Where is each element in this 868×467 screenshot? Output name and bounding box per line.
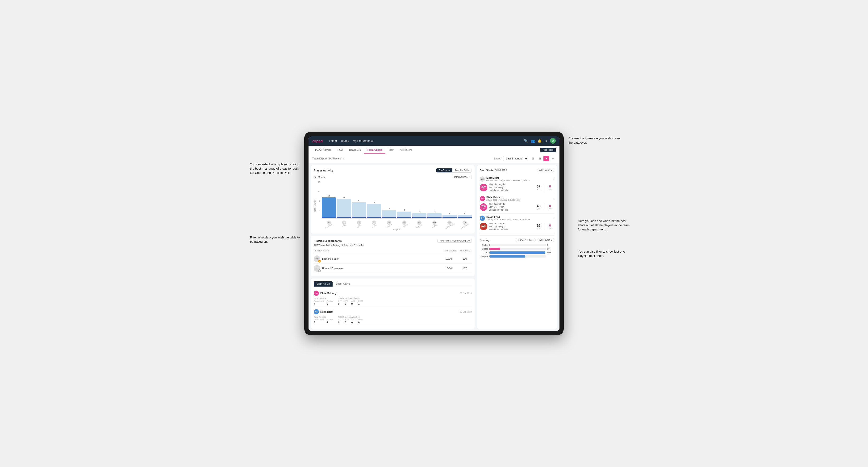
shot-item-1[interactable]: BM Blair McHarg 23 Jul 2023 · Ashridge G… (480, 194, 554, 214)
lb-name-1: Edward Crossman (322, 267, 440, 270)
activity-name-0: Blair McHarg (320, 292, 336, 294)
activity-tabs: Most Active Least Active (314, 281, 472, 287)
chart-filter[interactable]: Total Rounds ▾ (452, 175, 472, 179)
practice-title: Practice Leaderboards (314, 239, 342, 242)
scoring-section: Scoring Par 3, 4 & 5s ▾ All Players ▾ (480, 236, 554, 257)
tab-all-players[interactable]: All Players (397, 147, 415, 154)
scoring-filter1-label: Par 3, 4 & 5s (518, 239, 532, 241)
add-circle-icon[interactable]: ⊕ (545, 139, 547, 143)
toggle-on-course[interactable]: On Course (436, 168, 453, 173)
team-header: Team Clippd | 14 Players ✎ Show: Last 3 … (309, 154, 559, 163)
bell-icon[interactable]: 🔔 (537, 139, 541, 143)
shot-text-0: Shot Dist: 67 ydsStart Lie: RoughEnd Lie… (489, 183, 533, 192)
view-icon-heart[interactable]: ♥ (544, 156, 549, 161)
activity-stat-group-rounds-0: Total Rounds Tournament 7 Practice (314, 297, 333, 305)
shot-stat2-1: 0 yds (546, 204, 554, 210)
shot-player-name-2: David Ford (486, 216, 552, 218)
x-label-9: LR L. Robertson (458, 220, 472, 227)
bar-indicator-3 (367, 217, 381, 218)
tab-hcaps[interactable]: Hcaps 1-5 (346, 147, 364, 154)
tablet-screen: clippd Home Teams My Performance 🔍 👥 🔔 ⊕… (309, 136, 559, 331)
bar-chart-wrapper: Total Rounds 15 10 5 0 (314, 181, 472, 231)
annotation-left-2: Filter what data you wish the table to b… (250, 236, 302, 244)
shot-player-info-1: Blair McHarg 23 Jul 2023 · Ashridge GC, … (486, 196, 552, 201)
shot-avatar-0: MM (480, 177, 485, 182)
shot-avatar-2: DF (480, 216, 485, 221)
x-label-1: RB R. Britt (337, 220, 351, 227)
activity-col-gtt-1: GTT 0 (338, 319, 342, 324)
tab-team-clippd[interactable]: Team Clippd (364, 147, 385, 154)
add-team-button[interactable]: Add Team (540, 148, 556, 152)
practice-leaderboards-card: Practice Leaderboards PUTT Must Make Put… (311, 236, 474, 276)
activity-col-app-0: APP 0 (345, 300, 348, 305)
bar-6 (412, 213, 427, 218)
people-icon[interactable]: 👥 (531, 139, 535, 143)
tab-pgat-players[interactable]: PGAT Players (312, 147, 334, 154)
activity-stats-row-0: Total Rounds Tournament 7 Practice (314, 297, 472, 305)
activity-item-1: RB Rees Britt 02 Sep 2023 Total Rounds (314, 307, 472, 326)
scoring-filter1[interactable]: Par 3, 4 & 5s ▾ (516, 238, 536, 242)
activity-tab-most-active[interactable]: Most Active (314, 281, 333, 286)
shot-item-0[interactable]: MM Matt Miller 09 Jun 2023 · Royal North… (480, 175, 554, 194)
activity-section: Most Active Least Active BM Blair McHarg… (311, 279, 474, 329)
shot-stat1-2: 16 yds (534, 224, 543, 229)
show-row: Show: Last 3 months Last month Last 6 mo… (494, 156, 556, 161)
shot-player-sub-1: 23 Jul 2023 · Ashridge GC, Hole 15 (486, 199, 552, 201)
nav-link-home[interactable]: Home (329, 139, 337, 143)
annotation-top-right: Choose the timescale you wish to see the… (568, 136, 620, 145)
shot-item-2[interactable]: DF David Ford 24 Aug 2023 · Royal North … (480, 214, 554, 233)
y-label-0: 0 (318, 209, 320, 212)
activity-col-tournament-0: Tournament 7 (314, 300, 323, 305)
activity-toggle: On Course Practice Drills (436, 168, 472, 173)
th-pb-score: PB SCORE (443, 250, 458, 252)
x-label-7: MM M. Miller (427, 220, 441, 227)
activity-stat-label-practice-1: Total Practice Activities (338, 316, 363, 318)
nav-link-teams[interactable]: Teams (341, 139, 349, 143)
view-icon-grid2[interactable]: ⊟ (537, 156, 542, 161)
bottom-left: Practice Leaderboards PUTT Must Make Put… (311, 236, 474, 329)
bar-group-2: 10 (352, 199, 366, 218)
practice-filter[interactable]: PUTT Must Make Putting... ▾ (437, 239, 472, 243)
bar-group-1: 12 (337, 196, 351, 218)
shots-tab-all-shots[interactable]: All Shots ▾ (495, 168, 507, 172)
shot-player-info-0: Matt Miller 09 Jun 2023 · Royal North De… (486, 177, 552, 182)
main-content: Player Activity On Course Practice Drill… (309, 163, 559, 331)
toggle-practice-drills[interactable]: Practice Drills (453, 168, 471, 173)
search-icon[interactable]: 🔍 (524, 139, 528, 143)
chevron-down-icon-practice: ▾ (468, 239, 470, 242)
team-name-label: Team Clippd | 14 Players (312, 157, 341, 160)
tab-pga[interactable]: PGA (335, 147, 346, 154)
view-icon-list[interactable]: ≡ (550, 156, 556, 161)
chevron-right-icon-0: › (553, 177, 554, 181)
best-shots-header: Best Shots All Shots ▾ All Players ▾ (480, 168, 554, 172)
show-select[interactable]: Last 3 months Last month Last 6 months L… (503, 156, 528, 161)
scoring-bar-pars (489, 251, 546, 254)
shot-player-sub-2: 24 Aug 2023 · Royal North Devon GC, Hole… (486, 218, 552, 221)
edit-icon[interactable]: ✎ (342, 157, 345, 160)
scoring-filter2-label: All Players (539, 239, 550, 241)
bar-1 (337, 199, 351, 218)
x-label-5: GB G. Billingham (397, 220, 411, 227)
lb-avg-0: 110 (458, 257, 472, 260)
activity-col-practice-0: Practice 6 (327, 300, 333, 305)
chevron-down-icon-scoring2: ▾ (551, 239, 552, 241)
all-players-label: All Players (539, 169, 550, 172)
all-players-filter[interactable]: All Players ▾ (537, 168, 554, 172)
chart-filter-label: Total Rounds (454, 176, 467, 178)
user-avatar[interactable]: U (550, 138, 556, 144)
activity-stat-group-practice-0: Total Practice Activities GTT 0 APP (338, 297, 363, 305)
view-icon-grid4[interactable]: ⊞ (530, 156, 536, 161)
bar-indicator-1 (337, 217, 351, 218)
player-activity-title: Player Activity (314, 169, 333, 172)
scoring-row-pars: Pars 499 (480, 251, 554, 254)
nav-link-my-performance[interactable]: My Performance (353, 139, 374, 143)
shot-player-row-1: BM Blair McHarg 23 Jul 2023 · Ashridge G… (480, 196, 554, 201)
scoring-filter2[interactable]: All Players ▾ (537, 238, 554, 242)
activity-avatar-0: BM (314, 290, 319, 296)
tab-tour[interactable]: Tour (385, 147, 396, 154)
bar-group-7: 3 (427, 211, 441, 218)
activity-tab-least-active[interactable]: Least Active (333, 281, 352, 286)
shot-player-name-0: Matt Miller (486, 177, 552, 179)
shot-badge-0: 200 SG (480, 184, 487, 191)
bar-3 (367, 204, 381, 218)
